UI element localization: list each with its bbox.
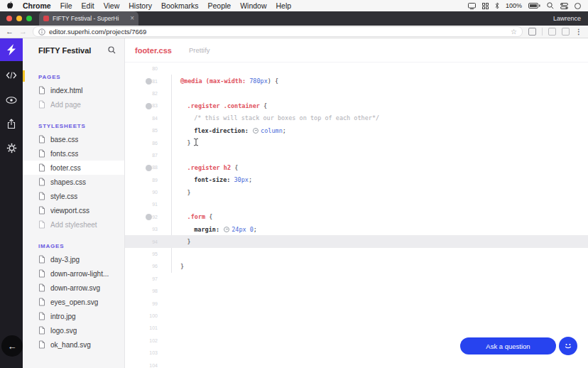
back-button[interactable]: ←	[1, 335, 23, 357]
code-line[interactable]: 99	[125, 297, 588, 309]
code-text[interactable]: }	[180, 138, 199, 148]
file-item[interactable]: index.html	[23, 83, 124, 97]
file-item[interactable]: ok_hand.svg	[23, 337, 124, 352]
siri-icon[interactable]	[575, 3, 581, 9]
code-line[interactable]: 83.register .container {	[125, 99, 588, 112]
code-text[interactable]: }	[180, 189, 191, 196]
menu-item-help[interactable]: Help	[276, 1, 292, 10]
code-text[interactable]: .form {	[180, 213, 212, 220]
apple-menu-icon[interactable]	[7, 1, 13, 11]
code-line[interactable]: 81@media (max-width: 780px) {	[125, 75, 588, 87]
menu-item-window[interactable]: Window	[240, 1, 266, 10]
extension-icon[interactable]	[528, 28, 536, 36]
code-text[interactable]: }	[180, 238, 191, 245]
code-line[interactable]: 82	[125, 87, 588, 99]
code-line[interactable]: 85flex-direction: column;	[125, 124, 588, 136]
url-bar[interactable]: editor.superhi.com/projects/7669 ☆	[33, 26, 523, 37]
code-line[interactable]: 100	[125, 310, 588, 322]
code-text[interactable]: }	[180, 263, 184, 270]
preview-eye-icon[interactable]	[6, 94, 17, 106]
code-line[interactable]: 104	[125, 359, 588, 368]
menu-item-bookmarks[interactable]: Bookmarks	[161, 1, 199, 10]
extensions-grid-icon[interactable]	[482, 3, 489, 9]
share-upload-icon[interactable]	[6, 118, 17, 129]
menu-item-file[interactable]: File	[60, 1, 72, 10]
help-smiley-button[interactable]	[559, 337, 577, 355]
code-line[interactable]: 87	[125, 149, 588, 161]
file-sections: PAGESindex.htmlAdd pageSTYLESHEETSbase.c…	[23, 74, 124, 352]
file-item[interactable]: intro.jpg	[23, 309, 124, 323]
code-line[interactable]: 98	[125, 285, 588, 297]
file-item[interactable]: fonts.css	[23, 146, 124, 161]
menu-item-people[interactable]: People	[207, 1, 231, 10]
adjust-value-minus-icon[interactable]	[253, 128, 258, 134]
code-line[interactable]: 86}	[125, 136, 588, 148]
bluetooth-icon[interactable]	[495, 2, 499, 9]
file-item[interactable]: day-3.jpg	[23, 252, 124, 266]
code-line[interactable]: 101	[125, 322, 588, 334]
code-line[interactable]: 89font-size: 30px;	[125, 174, 588, 186]
page-info-icon[interactable]	[38, 26, 45, 38]
code-text[interactable]: .register h2 {	[180, 164, 238, 171]
url-text[interactable]: editor.superhi.com/projects/7669	[49, 28, 507, 36]
forward-nav-icon[interactable]: →	[19, 28, 27, 36]
tab-close-icon[interactable]: ×	[130, 15, 134, 22]
code-line[interactable]: 97	[125, 273, 588, 285]
bookmark-star-icon[interactable]: ☆	[511, 28, 517, 36]
file-item[interactable]: down-arrow.svg	[23, 281, 124, 295]
code-line[interactable]: 96}	[125, 260, 588, 272]
search-icon[interactable]	[108, 44, 116, 57]
code-text[interactable]: flex-direction: column;	[180, 127, 286, 134]
code-line[interactable]: 92.form {	[125, 211, 588, 223]
file-item[interactable]: down-arrow-light...	[23, 266, 124, 281]
code-text[interactable]: /* this will stack our boxes on top of e…	[180, 114, 379, 121]
add-file-button[interactable]: Add page	[23, 97, 124, 112]
file-item[interactable]: style.css	[23, 189, 124, 203]
spotlight-icon[interactable]	[547, 2, 554, 9]
file-item[interactable]: eyes_open.svg	[23, 295, 124, 309]
battery-icon[interactable]	[528, 3, 540, 9]
file-item[interactable]: logo.svg	[23, 323, 124, 337]
file-item[interactable]: base.css	[23, 132, 124, 146]
code-line[interactable]: 80	[125, 63, 588, 75]
control-center-icon[interactable]	[560, 3, 568, 9]
file-item[interactable]: shapes.css	[23, 175, 124, 189]
code-editor-icon[interactable]	[6, 70, 17, 81]
back-nav-icon[interactable]: ←	[6, 28, 13, 36]
code-line[interactable]: 94}	[125, 235, 588, 247]
close-window-button[interactable]	[6, 16, 12, 21]
file-item[interactable]: footer.css	[23, 161, 124, 175]
add-file-button[interactable]: Add stylesheet	[23, 217, 124, 232]
superhi-logo[interactable]	[0, 38, 23, 61]
code-text[interactable]: .register .container {	[180, 102, 267, 109]
screen-mirroring-icon[interactable]	[468, 3, 476, 9]
extension-icon[interactable]	[548, 28, 556, 36]
code-text[interactable]: @media (max-width: 780px) {	[180, 77, 278, 85]
browser-menu-icon[interactable]: ⋮	[575, 28, 582, 36]
minimize-window-button[interactable]	[16, 16, 22, 21]
zoom-window-button[interactable]	[26, 16, 32, 21]
code-line[interactable]: 95	[125, 248, 588, 260]
menu-item-edit[interactable]: Edit	[82, 1, 94, 10]
ask-question-button[interactable]: Ask a question	[460, 337, 556, 355]
rule-marker-icon[interactable]	[146, 78, 152, 85]
file-item[interactable]: viewport.css	[23, 203, 124, 217]
code-text[interactable]: font-size: 30px;	[180, 176, 252, 183]
code-line[interactable]: 91	[125, 198, 588, 210]
code-line[interactable]: 88.register h2 {	[125, 161, 588, 173]
code-text[interactable]: margin: 24px 0;	[180, 226, 257, 233]
profile-name[interactable]: Lawrence	[553, 15, 581, 22]
menu-item-view[interactable]: View	[104, 1, 120, 10]
code-line[interactable]: 93margin: 24px 0;	[125, 223, 588, 235]
rule-marker-icon[interactable]	[146, 103, 152, 109]
menu-item-history[interactable]: History	[129, 1, 152, 10]
rule-marker-icon[interactable]	[146, 165, 152, 171]
code-line[interactable]: 84/* this will stack our boxes on top of…	[125, 112, 588, 124]
menu-app-name[interactable]: Chrome	[23, 1, 51, 10]
adjust-value-minus-icon[interactable]	[224, 227, 229, 232]
extension-icon[interactable]	[562, 28, 570, 36]
prettify-button[interactable]: Prettify	[189, 46, 210, 54]
settings-gear-icon[interactable]	[6, 142, 17, 153]
browser-tab[interactable]: FIFTY Festival - SuperHi ×	[39, 11, 138, 26]
code-line[interactable]: 90}	[125, 186, 588, 198]
